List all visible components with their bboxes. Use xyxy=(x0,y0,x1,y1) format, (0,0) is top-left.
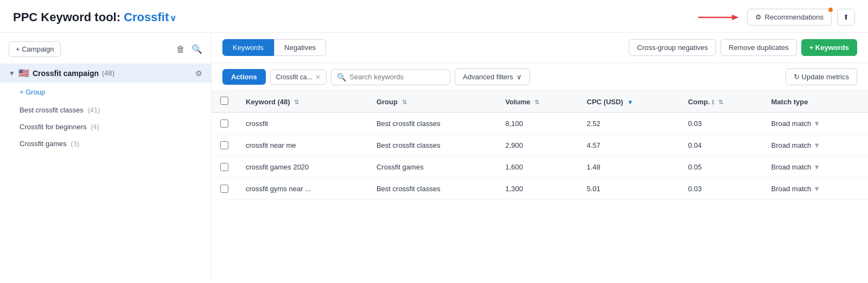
row-checkbox-cell xyxy=(212,178,237,200)
row-comp: 0.03 xyxy=(679,178,762,200)
cross-group-negatives-label: Cross-group negatives xyxy=(637,43,708,52)
row-comp: 0.03 xyxy=(679,112,762,135)
add-keywords-button[interactable]: + Keywords xyxy=(801,39,857,56)
table-row: crossfit Best crossfit classes 8,100 2.5… xyxy=(212,112,868,135)
group-sort-icon[interactable]: ⇅ xyxy=(402,99,407,105)
row-cpc: 4.57 xyxy=(578,135,680,156)
row-checkbox-cell xyxy=(212,135,237,156)
search-input-wrapper: 🔍 xyxy=(331,69,450,85)
actions-button[interactable]: Actions xyxy=(222,69,266,85)
campaign-item[interactable]: ▼ 🇺🇸 Crossfit campaign (48) ⚙ xyxy=(0,64,211,83)
search-icon[interactable]: 🔍 xyxy=(192,44,202,54)
col-match-type-label: Match type xyxy=(771,98,808,106)
title-highlight: Crossfit xyxy=(124,10,169,24)
notification-dot xyxy=(828,8,833,12)
row-comp: 0.05 xyxy=(679,156,762,178)
tab-keywords[interactable]: Keywords xyxy=(222,39,274,56)
volume-sort-icon[interactable]: ⇅ xyxy=(534,99,539,105)
table-row: crossfit near me Best crossfit classes 2… xyxy=(212,135,868,156)
comp-sort-icon[interactable]: ⇅ xyxy=(718,99,723,105)
top-bar: PPC Keyword tool: Crossfit∨ ⚙ Recommenda… xyxy=(0,0,868,33)
row-checkbox[interactable] xyxy=(220,163,228,171)
remove-duplicates-button[interactable]: Remove duplicates xyxy=(720,39,797,56)
add-group-label: + Group xyxy=(20,88,45,96)
group-name: Crossfit for beginners xyxy=(20,123,87,131)
update-metrics-button[interactable]: ↻ Update metrics xyxy=(786,68,857,85)
add-group-button[interactable]: + Group xyxy=(0,83,211,102)
row-group: Best crossfit classes xyxy=(368,178,497,200)
match-type-chevron[interactable]: ▼ xyxy=(813,185,820,193)
delete-icon[interactable]: 🗑 xyxy=(176,45,185,54)
row-checkbox[interactable] xyxy=(220,185,228,193)
row-match-type: Broad match ▼ xyxy=(763,135,868,156)
match-type-chevron[interactable]: ▼ xyxy=(813,163,820,171)
advanced-filters-label: Advanced filters xyxy=(463,73,513,81)
row-cpc: 2.52 xyxy=(578,112,680,135)
export-icon: ⬆ xyxy=(843,13,849,21)
comp-info-icon[interactable]: ℹ xyxy=(712,99,714,105)
top-bar-right: ⚙ Recommendations ⬆ xyxy=(698,9,855,26)
chip-close-icon[interactable]: ✕ xyxy=(315,73,321,81)
tab-negatives[interactable]: Negatives xyxy=(274,39,326,56)
row-volume: 1,600 xyxy=(496,156,578,178)
table-row: crossfit gyms near ... Best crossfit cla… xyxy=(212,178,868,200)
keyword-sort-icon[interactable]: ⇅ xyxy=(294,99,299,105)
cpc-sort-icon[interactable]: ▼ xyxy=(627,99,633,105)
match-type-value: Broad match xyxy=(771,185,812,193)
col-checkbox xyxy=(212,91,237,112)
campaign-name: Crossfit campaign xyxy=(33,69,99,78)
match-type-chevron[interactable]: ▼ xyxy=(813,120,820,128)
col-cpc: CPC (USD) ▼ xyxy=(578,91,680,112)
campaign-settings-icon[interactable]: ⚙ xyxy=(195,69,202,78)
cross-group-negatives-button[interactable]: Cross-group negatives xyxy=(629,39,716,56)
recommendations-button[interactable]: ⚙ Recommendations xyxy=(747,9,832,26)
campaign-flag: 🇺🇸 xyxy=(18,68,29,78)
list-item[interactable]: Best crossfit classes (41) xyxy=(0,102,211,118)
row-comp: 0.04 xyxy=(679,135,762,156)
content-tabs: Keywords Negatives Cross-group negatives… xyxy=(212,33,868,63)
col-keyword: Keyword (48) ⇅ xyxy=(237,91,368,112)
recommendations-icon: ⚙ xyxy=(755,13,762,21)
row-checkbox[interactable] xyxy=(220,120,228,128)
add-campaign-label: + Campaign xyxy=(16,45,54,53)
advanced-filters-button[interactable]: Advanced filters ∨ xyxy=(455,68,530,85)
group-count: (3) xyxy=(71,140,79,148)
keywords-tab-label: Keywords xyxy=(233,43,264,52)
page-title: PPC Keyword tool: Crossfit∨ xyxy=(13,10,176,24)
tabs-right: Cross-group negatives Remove duplicates … xyxy=(629,39,857,56)
tabs-left: Keywords Negatives xyxy=(222,39,326,56)
search-input[interactable] xyxy=(349,73,444,81)
select-all-checkbox[interactable] xyxy=(220,97,228,105)
list-item[interactable]: Crossfit for beginners (4) xyxy=(0,118,211,135)
actions-label: Actions xyxy=(231,73,257,81)
campaign-chevron-icon: ▼ xyxy=(9,70,15,77)
row-checkbox[interactable] xyxy=(220,141,228,149)
title-chevron[interactable]: ∨ xyxy=(170,14,176,23)
match-type-chevron[interactable]: ▼ xyxy=(813,141,820,149)
row-volume: 2,900 xyxy=(496,135,578,156)
sidebar-icons: 🗑 🔍 xyxy=(176,44,202,54)
campaign-chip[interactable]: Crossfit ca... ✕ xyxy=(270,70,327,85)
match-type-value: Broad match xyxy=(771,120,812,128)
export-button[interactable]: ⬆ xyxy=(837,9,855,26)
col-volume: Volume ⇅ xyxy=(496,91,578,112)
row-match-type: Broad match ▼ xyxy=(763,156,868,178)
recommendations-label: Recommendations xyxy=(765,13,824,21)
filter-bar: Actions Crossfit ca... ✕ 🔍 Advanced filt… xyxy=(212,63,868,91)
negatives-tab-label: Negatives xyxy=(284,43,316,52)
row-checkbox-cell xyxy=(212,112,237,135)
title-prefix: PPC Keyword tool: xyxy=(13,10,124,24)
arrow-indicator xyxy=(698,11,742,24)
add-campaign-button[interactable]: + Campaign xyxy=(9,41,61,57)
match-type-value: Broad match xyxy=(771,163,812,171)
row-checkbox-cell xyxy=(212,156,237,178)
col-keyword-label: Keyword (48) xyxy=(246,98,290,106)
campaign-item-left: ▼ 🇺🇸 Crossfit campaign (48) xyxy=(9,68,114,78)
update-metrics-label: ↻ Update metrics xyxy=(794,73,849,81)
row-keyword: crossfit gyms near ... xyxy=(237,178,368,200)
col-group: Group ⇅ xyxy=(368,91,497,112)
sidebar-top: + Campaign 🗑 🔍 xyxy=(0,41,211,64)
list-item[interactable]: Crossfit games (3) xyxy=(0,135,211,152)
sidebar: + Campaign 🗑 🔍 ▼ 🇺🇸 Crossfit campaign (4… xyxy=(0,33,212,280)
row-keyword: crossfit near me xyxy=(237,135,368,156)
